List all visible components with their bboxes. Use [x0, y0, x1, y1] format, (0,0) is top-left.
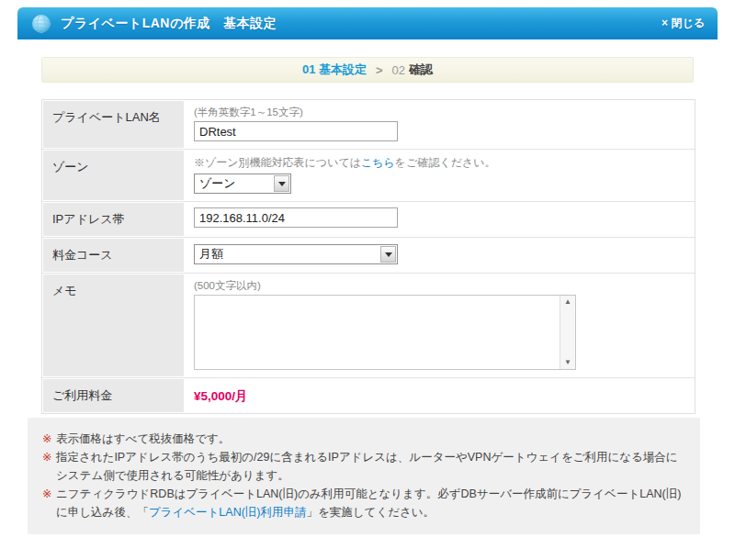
zone-note-pre: ※ゾーン別機能対応表については — [194, 156, 361, 169]
zone-info-link[interactable]: こちら — [361, 156, 395, 169]
price-course-dropdown-button[interactable] — [380, 246, 396, 263]
price-course-selected-value: 月額 — [195, 246, 379, 263]
chevron-down-icon — [278, 182, 286, 186]
zone-select-dropdown-button[interactable] — [274, 175, 289, 192]
memo-label: メモ — [43, 274, 184, 376]
row-price-course: 料金コース 月額 — [42, 238, 695, 274]
close-button[interactable]: × 閉じる — [662, 16, 705, 31]
ip-range-label: IPアドレス帯 — [43, 203, 184, 236]
scroll-up-icon[interactable]: ▲ — [564, 297, 571, 307]
zone-note-post: をご確認ください。 — [395, 156, 496, 169]
note-marker: ※ — [42, 430, 56, 448]
note-rdb: ※ ニフティクラウドRDBはプライベートLAN(旧)のみ利用可能となります。必ず… — [42, 485, 685, 521]
note-ip-reservation-text: 指定されたIPアドレス帯のうち最初の/29に含まれるIPアドレスは、ルーターやV… — [56, 448, 685, 485]
notes-panel: ※ 表示価格はすべて税抜価格です。 ※ 指定されたIPアドレス帯のうち最初の/2… — [28, 418, 700, 534]
usage-fee-label: ご利用料金 — [43, 379, 184, 412]
note-tax-text: 表示価格はすべて税抜価格です。 — [56, 430, 685, 448]
note-marker: ※ — [42, 485, 56, 521]
usage-fee-value: ¥5,000/月 — [194, 385, 248, 405]
step-indicator: 01 基本設定 > 02 確認 — [41, 57, 694, 83]
lan-name-input[interactable] — [194, 121, 398, 141]
zone-label: ゾーン — [43, 151, 184, 200]
row-ip-range: IPアドレス帯 — [42, 202, 695, 238]
memo-textarea[interactable]: ▲ ▼ — [194, 295, 576, 370]
ip-range-input[interactable] — [194, 207, 398, 228]
memo-scrollbar[interactable]: ▲ ▼ — [560, 296, 575, 369]
row-zone: ゾーン ※ゾーン別機能対応表についてはこちらをご確認ください。 ゾーン — [42, 150, 695, 202]
zone-select[interactable]: ゾーン — [194, 174, 291, 194]
price-course-label: 料金コース — [43, 239, 184, 272]
memo-hint: (500文字以内) — [194, 279, 685, 293]
step-confirm-number: 02 — [392, 63, 405, 77]
chevron-down-icon — [385, 252, 392, 257]
dialog-header: プライベートLANの作成 基本設定 × 閉じる — [17, 7, 718, 39]
note-rdb-text: ニフティクラウドRDBはプライベートLAN(旧)のみ利用可能となります。必ずDB… — [56, 485, 685, 521]
row-memo: メモ (500文字以内) ▲ ▼ — [42, 274, 695, 378]
lan-application-link[interactable]: プライベートLAN(旧)利用申請 — [149, 506, 307, 519]
lan-name-hint: (半角英数字1～15文字) — [194, 106, 685, 119]
scroll-down-icon[interactable]: ▼ — [564, 358, 571, 367]
note-marker: ※ — [42, 448, 56, 485]
row-lan-name: プライベートLAN名 (半角英数字1～15文字) — [42, 100, 695, 150]
note-rdb-text-post: 」を実施してください。 — [307, 506, 435, 519]
price-course-select[interactable]: 月額 — [194, 244, 398, 264]
step-confirm-label: 確認 — [409, 62, 433, 78]
note-tax: ※ 表示価格はすべて税抜価格です。 — [42, 430, 685, 448]
step-separator-icon: > — [376, 63, 383, 77]
note-ip-reservation: ※ 指定されたIPアドレス帯のうち最初の/29に含まれるIPアドレスは、ルーター… — [42, 448, 685, 485]
globe-icon — [30, 13, 52, 35]
step-basic-settings: 01 基本設定 — [302, 62, 367, 78]
zone-note: ※ゾーン別機能対応表についてはこちらをご確認ください。 — [194, 155, 685, 171]
page-title: プライベートLANの作成 基本設定 — [61, 16, 277, 32]
zone-selected-value: ゾーン — [195, 175, 273, 192]
row-usage-fee: ご利用料金 ¥5,000/月 — [42, 378, 695, 413]
memo-text-area[interactable] — [195, 296, 560, 369]
private-lan-form: プライベートLAN名 (半角英数字1～15文字) ゾーン ※ゾーン別機能対応表に… — [41, 99, 695, 414]
lan-name-label: プライベートLAN名 — [43, 101, 184, 148]
